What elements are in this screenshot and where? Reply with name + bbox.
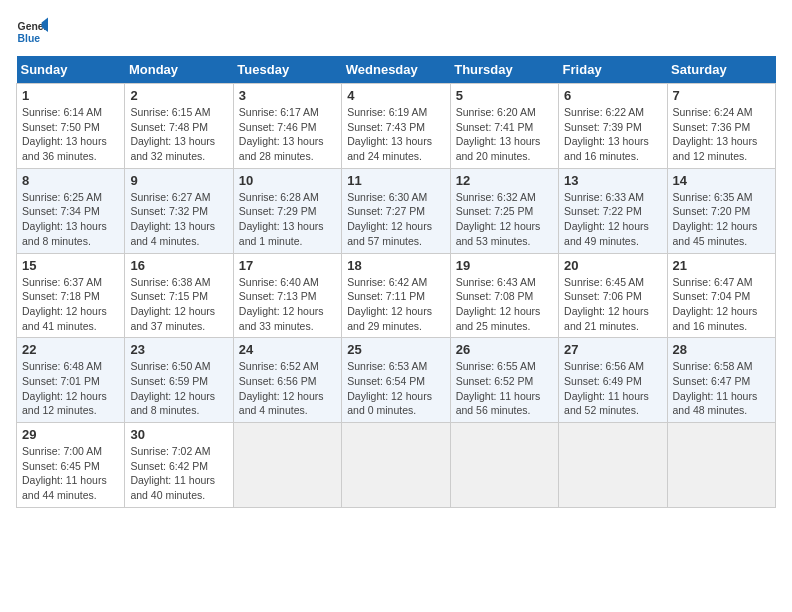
- day-info: Sunrise: 6:17 AM Sunset: 7:46 PM Dayligh…: [239, 105, 336, 164]
- day-cell: 18Sunrise: 6:42 AM Sunset: 7:11 PM Dayli…: [342, 253, 450, 338]
- day-info: Sunrise: 6:15 AM Sunset: 7:48 PM Dayligh…: [130, 105, 227, 164]
- day-number: 19: [456, 258, 553, 273]
- day-cell: 22Sunrise: 6:48 AM Sunset: 7:01 PM Dayli…: [17, 338, 125, 423]
- header-row: SundayMondayTuesdayWednesdayThursdayFrid…: [17, 56, 776, 84]
- day-cell: 3Sunrise: 6:17 AM Sunset: 7:46 PM Daylig…: [233, 84, 341, 169]
- day-cell: 30Sunrise: 7:02 AM Sunset: 6:42 PM Dayli…: [125, 423, 233, 508]
- day-info: Sunrise: 6:28 AM Sunset: 7:29 PM Dayligh…: [239, 190, 336, 249]
- day-number: 5: [456, 88, 553, 103]
- day-cell: 24Sunrise: 6:52 AM Sunset: 6:56 PM Dayli…: [233, 338, 341, 423]
- week-row-5: 29Sunrise: 7:00 AM Sunset: 6:45 PM Dayli…: [17, 423, 776, 508]
- day-cell: 20Sunrise: 6:45 AM Sunset: 7:06 PM Dayli…: [559, 253, 667, 338]
- day-number: 15: [22, 258, 119, 273]
- col-header-monday: Monday: [125, 56, 233, 84]
- day-number: 7: [673, 88, 770, 103]
- day-info: Sunrise: 6:25 AM Sunset: 7:34 PM Dayligh…: [22, 190, 119, 249]
- week-row-2: 8Sunrise: 6:25 AM Sunset: 7:34 PM Daylig…: [17, 168, 776, 253]
- day-info: Sunrise: 6:22 AM Sunset: 7:39 PM Dayligh…: [564, 105, 661, 164]
- day-cell: 12Sunrise: 6:32 AM Sunset: 7:25 PM Dayli…: [450, 168, 558, 253]
- day-number: 28: [673, 342, 770, 357]
- svg-text:Blue: Blue: [18, 33, 41, 44]
- col-header-thursday: Thursday: [450, 56, 558, 84]
- day-info: Sunrise: 6:42 AM Sunset: 7:11 PM Dayligh…: [347, 275, 444, 334]
- day-number: 14: [673, 173, 770, 188]
- day-cell: 2Sunrise: 6:15 AM Sunset: 7:48 PM Daylig…: [125, 84, 233, 169]
- day-cell: 21Sunrise: 6:47 AM Sunset: 7:04 PM Dayli…: [667, 253, 775, 338]
- day-info: Sunrise: 6:58 AM Sunset: 6:47 PM Dayligh…: [673, 359, 770, 418]
- day-info: Sunrise: 6:56 AM Sunset: 6:49 PM Dayligh…: [564, 359, 661, 418]
- day-info: Sunrise: 6:48 AM Sunset: 7:01 PM Dayligh…: [22, 359, 119, 418]
- day-number: 21: [673, 258, 770, 273]
- day-info: Sunrise: 7:00 AM Sunset: 6:45 PM Dayligh…: [22, 444, 119, 503]
- day-cell: 26Sunrise: 6:55 AM Sunset: 6:52 PM Dayli…: [450, 338, 558, 423]
- day-info: Sunrise: 6:32 AM Sunset: 7:25 PM Dayligh…: [456, 190, 553, 249]
- day-number: 20: [564, 258, 661, 273]
- day-number: 2: [130, 88, 227, 103]
- week-row-1: 1Sunrise: 6:14 AM Sunset: 7:50 PM Daylig…: [17, 84, 776, 169]
- day-cell: 9Sunrise: 6:27 AM Sunset: 7:32 PM Daylig…: [125, 168, 233, 253]
- day-info: Sunrise: 6:19 AM Sunset: 7:43 PM Dayligh…: [347, 105, 444, 164]
- col-header-friday: Friday: [559, 56, 667, 84]
- day-number: 10: [239, 173, 336, 188]
- day-info: Sunrise: 6:27 AM Sunset: 7:32 PM Dayligh…: [130, 190, 227, 249]
- day-info: Sunrise: 6:24 AM Sunset: 7:36 PM Dayligh…: [673, 105, 770, 164]
- calendar-table: SundayMondayTuesdayWednesdayThursdayFrid…: [16, 56, 776, 508]
- week-row-4: 22Sunrise: 6:48 AM Sunset: 7:01 PM Dayli…: [17, 338, 776, 423]
- day-cell: 28Sunrise: 6:58 AM Sunset: 6:47 PM Dayli…: [667, 338, 775, 423]
- day-info: Sunrise: 6:20 AM Sunset: 7:41 PM Dayligh…: [456, 105, 553, 164]
- day-cell: [233, 423, 341, 508]
- day-number: 17: [239, 258, 336, 273]
- day-info: Sunrise: 6:47 AM Sunset: 7:04 PM Dayligh…: [673, 275, 770, 334]
- day-info: Sunrise: 6:55 AM Sunset: 6:52 PM Dayligh…: [456, 359, 553, 418]
- day-number: 13: [564, 173, 661, 188]
- day-cell: 15Sunrise: 6:37 AM Sunset: 7:18 PM Dayli…: [17, 253, 125, 338]
- day-number: 18: [347, 258, 444, 273]
- day-info: Sunrise: 6:33 AM Sunset: 7:22 PM Dayligh…: [564, 190, 661, 249]
- day-cell: 11Sunrise: 6:30 AM Sunset: 7:27 PM Dayli…: [342, 168, 450, 253]
- day-cell: 7Sunrise: 6:24 AM Sunset: 7:36 PM Daylig…: [667, 84, 775, 169]
- day-number: 22: [22, 342, 119, 357]
- day-number: 25: [347, 342, 444, 357]
- day-cell: [342, 423, 450, 508]
- day-info: Sunrise: 6:53 AM Sunset: 6:54 PM Dayligh…: [347, 359, 444, 418]
- day-info: Sunrise: 6:40 AM Sunset: 7:13 PM Dayligh…: [239, 275, 336, 334]
- day-cell: [450, 423, 558, 508]
- day-number: 1: [22, 88, 119, 103]
- day-number: 9: [130, 173, 227, 188]
- day-number: 11: [347, 173, 444, 188]
- day-number: 12: [456, 173, 553, 188]
- day-number: 8: [22, 173, 119, 188]
- day-cell: 17Sunrise: 6:40 AM Sunset: 7:13 PM Dayli…: [233, 253, 341, 338]
- week-row-3: 15Sunrise: 6:37 AM Sunset: 7:18 PM Dayli…: [17, 253, 776, 338]
- day-info: Sunrise: 6:43 AM Sunset: 7:08 PM Dayligh…: [456, 275, 553, 334]
- day-cell: 19Sunrise: 6:43 AM Sunset: 7:08 PM Dayli…: [450, 253, 558, 338]
- day-number: 27: [564, 342, 661, 357]
- day-info: Sunrise: 6:37 AM Sunset: 7:18 PM Dayligh…: [22, 275, 119, 334]
- day-info: Sunrise: 6:52 AM Sunset: 6:56 PM Dayligh…: [239, 359, 336, 418]
- day-info: Sunrise: 6:50 AM Sunset: 6:59 PM Dayligh…: [130, 359, 227, 418]
- day-cell: 16Sunrise: 6:38 AM Sunset: 7:15 PM Dayli…: [125, 253, 233, 338]
- day-number: 23: [130, 342, 227, 357]
- day-number: 4: [347, 88, 444, 103]
- day-info: Sunrise: 6:14 AM Sunset: 7:50 PM Dayligh…: [22, 105, 119, 164]
- day-cell: 1Sunrise: 6:14 AM Sunset: 7:50 PM Daylig…: [17, 84, 125, 169]
- day-cell: 8Sunrise: 6:25 AM Sunset: 7:34 PM Daylig…: [17, 168, 125, 253]
- day-cell: [667, 423, 775, 508]
- day-info: Sunrise: 6:38 AM Sunset: 7:15 PM Dayligh…: [130, 275, 227, 334]
- day-cell: [559, 423, 667, 508]
- day-info: Sunrise: 6:45 AM Sunset: 7:06 PM Dayligh…: [564, 275, 661, 334]
- day-cell: 27Sunrise: 6:56 AM Sunset: 6:49 PM Dayli…: [559, 338, 667, 423]
- day-info: Sunrise: 6:35 AM Sunset: 7:20 PM Dayligh…: [673, 190, 770, 249]
- day-info: Sunrise: 6:30 AM Sunset: 7:27 PM Dayligh…: [347, 190, 444, 249]
- day-number: 26: [456, 342, 553, 357]
- day-cell: 25Sunrise: 6:53 AM Sunset: 6:54 PM Dayli…: [342, 338, 450, 423]
- day-cell: 4Sunrise: 6:19 AM Sunset: 7:43 PM Daylig…: [342, 84, 450, 169]
- page-header: General Blue: [16, 16, 776, 48]
- day-number: 16: [130, 258, 227, 273]
- day-cell: 13Sunrise: 6:33 AM Sunset: 7:22 PM Dayli…: [559, 168, 667, 253]
- day-cell: 14Sunrise: 6:35 AM Sunset: 7:20 PM Dayli…: [667, 168, 775, 253]
- day-number: 3: [239, 88, 336, 103]
- day-number: 24: [239, 342, 336, 357]
- day-cell: 29Sunrise: 7:00 AM Sunset: 6:45 PM Dayli…: [17, 423, 125, 508]
- logo-icon: General Blue: [16, 16, 48, 48]
